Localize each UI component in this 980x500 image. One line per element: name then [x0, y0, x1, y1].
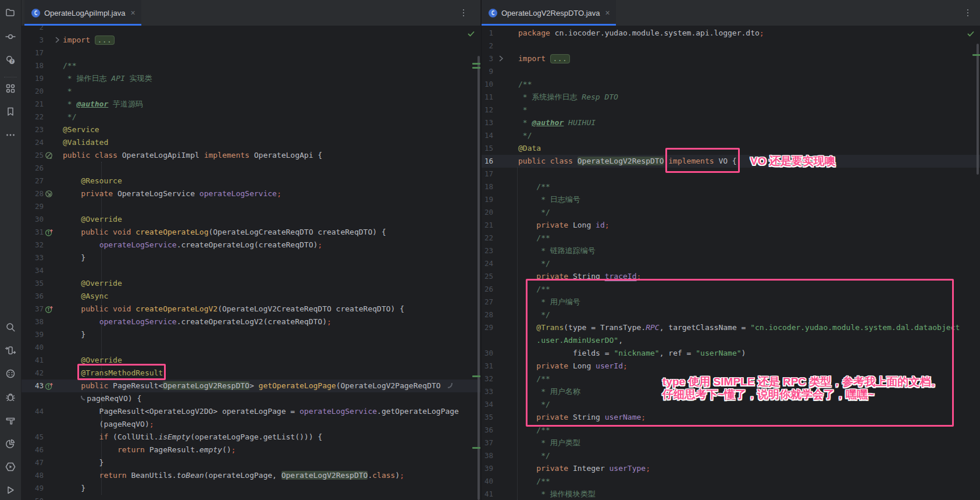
code-text[interactable]: public PageResult<OperateLogV2RespDTO> g… [63, 380, 452, 392]
code-text[interactable]: * @author HUIHUI [518, 116, 596, 129]
inspections-ok-icon[interactable] [467, 30, 475, 40]
code-text[interactable]: /** [518, 180, 550, 193]
line-number[interactable]: 37 [482, 437, 493, 449]
code-text[interactable]: import ... [518, 52, 570, 65]
line-number[interactable]: 41 [22, 354, 44, 367]
line-number[interactable]: 28 [482, 308, 493, 321]
inspections-ok-icon[interactable] [967, 30, 975, 40]
commit-icon[interactable] [3, 30, 17, 44]
line-number[interactable]: 36 [482, 424, 493, 437]
code-text[interactable]: * @author 芋道源码 [63, 98, 143, 111]
line-number[interactable]: 49 [22, 482, 44, 495]
run-icon[interactable] [3, 483, 17, 497]
right-editor[interactable]: 1package cn.iocoder.yudao.module.system.… [482, 26, 980, 500]
code-text[interactable]: * 链路追踪编号 [518, 244, 596, 257]
code-text[interactable]: } [63, 456, 104, 469]
structure-icon[interactable] [3, 81, 17, 95]
code-text[interactable]: * 操作模块类型 [518, 488, 596, 500]
tab-close-icon[interactable]: × [130, 9, 135, 17]
line-number[interactable]: 33 [22, 251, 44, 264]
line-number[interactable]: 42 [22, 367, 44, 380]
line-number[interactable]: 27 [482, 296, 493, 308]
code-text[interactable]: } [63, 251, 85, 264]
line-number[interactable]: 39 [22, 328, 44, 341]
code-text[interactable]: /** [63, 59, 76, 72]
gutter-bean-icon[interactable] [44, 187, 63, 200]
line-number[interactable]: 20 [22, 85, 44, 98]
line-number[interactable]: 43 [22, 380, 44, 392]
line-number[interactable]: 3 [22, 34, 44, 47]
line-number[interactable]: 9 [482, 65, 493, 78]
code-text[interactable]: return BeanUtils.toBean(operateLogPage, … [63, 469, 404, 482]
code-text[interactable]: public void createOperateLogV2(OperateLo… [63, 303, 404, 315]
services-icon[interactable] [3, 460, 17, 474]
code-text[interactable]: * [518, 104, 528, 116]
line-number[interactable]: 3 [482, 52, 493, 65]
code-text[interactable]: @Override [63, 277, 122, 290]
left-editor[interactable]: 23import ...1718/**19 * 操作日志 API 实现类20 *… [22, 26, 480, 500]
line-number[interactable]: 28 [22, 187, 44, 200]
gutter-ovr-icon[interactable] [44, 380, 63, 392]
line-number[interactable]: 19 [482, 193, 493, 206]
line-number[interactable]: 31 [482, 360, 493, 373]
code-text[interactable]: * [63, 85, 72, 98]
code-text[interactable]: */ [518, 449, 550, 462]
dotted-circle-icon[interactable] [3, 367, 17, 381]
code-text[interactable]: operateLogService.createOperateLogV2(cre… [63, 315, 332, 328]
line-number[interactable] [22, 418, 44, 431]
code-text[interactable]: return PageResult.empty(); [63, 444, 236, 456]
tab-operatelogapiimpl[interactable]: C OperateLogApiImpl.java × [24, 0, 141, 26]
line-number[interactable]: 12 [482, 104, 493, 116]
line-number[interactable]: 29 [482, 321, 493, 334]
line-number[interactable]: 32 [22, 239, 44, 251]
search-icon[interactable] [3, 320, 17, 334]
code-text[interactable]: operateLogService.createOperateLog(creat… [63, 239, 322, 251]
line-number[interactable]: 17 [22, 47, 44, 59]
line-number[interactable]: 24 [22, 136, 44, 149]
line-number[interactable]: 15 [482, 142, 493, 155]
debug-icon[interactable] [3, 390, 17, 404]
line-number[interactable]: 32 [482, 373, 493, 385]
code-text[interactable]: if (CollUtil.isEmpty(operateLogPage.getL… [63, 431, 322, 444]
line-number[interactable]: 2 [482, 40, 493, 52]
code-text[interactable]: * 用户类型 [518, 437, 580, 449]
line-number[interactable]: 35 [22, 277, 44, 290]
line-number[interactable]: 40 [22, 341, 44, 354]
line-number[interactable]: 34 [22, 264, 44, 277]
line-number[interactable]: 21 [22, 98, 44, 111]
line-number[interactable] [482, 334, 493, 347]
line-number[interactable]: 2 [22, 26, 44, 34]
line-number[interactable]: 44 [22, 405, 44, 418]
line-number[interactable]: 41 [482, 488, 493, 500]
line-number[interactable]: 13 [482, 116, 493, 129]
project-folder-icon[interactable] [3, 6, 17, 20]
tab-close-icon[interactable]: × [605, 9, 610, 17]
code-text[interactable]: PageResult<OperateLogV2DO> operateLogPag… [63, 405, 459, 418]
line-number[interactable]: 45 [22, 431, 44, 444]
line-number[interactable]: 36 [22, 290, 44, 303]
code-text[interactable]: */ [518, 129, 532, 142]
code-text[interactable]: */ [518, 206, 550, 219]
line-number[interactable]: 50 [22, 495, 44, 500]
line-number[interactable]: 25 [482, 270, 493, 283]
line-number[interactable]: 37 [22, 303, 44, 315]
line-number[interactable]: 25 [22, 149, 44, 162]
line-number[interactable]: 16 [482, 155, 493, 168]
line-number[interactable]: 46 [22, 444, 44, 456]
code-text[interactable]: package cn.iocoder.yudao.module.system.a… [518, 27, 764, 40]
line-number[interactable]: 48 [22, 469, 44, 482]
code-text[interactable]: @Override [63, 213, 122, 226]
tab-options-kebab-icon[interactable] [963, 7, 973, 19]
line-number[interactable]: 38 [482, 449, 493, 462]
line-number[interactable]: 22 [482, 232, 493, 244]
gutter-fold-icon[interactable] [44, 34, 63, 47]
code-text[interactable]: public class OperateLogApiImpl implement… [63, 149, 322, 162]
line-number[interactable]: 20 [482, 206, 493, 219]
line-number[interactable]: 17 [482, 168, 493, 180]
left-scrollbar-thumb[interactable] [477, 56, 480, 500]
line-number[interactable]: 39 [482, 462, 493, 475]
line-number[interactable]: 18 [482, 180, 493, 193]
code-text[interactable]: private Long id; [518, 219, 610, 232]
line-number[interactable]: 10 [482, 78, 493, 91]
line-number[interactable]: 30 [482, 347, 493, 360]
